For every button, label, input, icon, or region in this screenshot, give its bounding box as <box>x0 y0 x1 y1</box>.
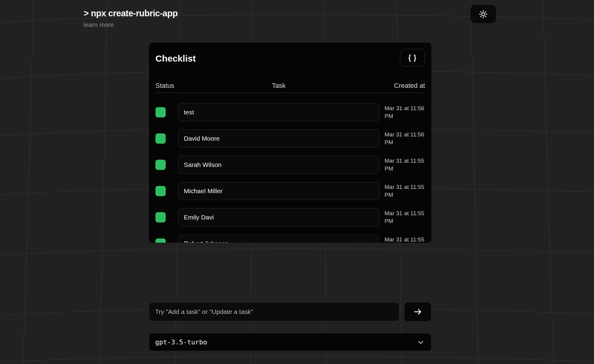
status-checkbox[interactable] <box>155 160 166 170</box>
arrow-right-icon <box>413 307 423 317</box>
learn-more-link[interactable]: learn more <box>84 21 114 28</box>
model-select[interactable]: gpt-3.5-turbo <box>149 333 431 351</box>
column-header-task: Task <box>178 82 379 90</box>
task-row: Mar 31 at 11:55 PM <box>155 235 425 243</box>
task-created-at: Mar 31 at 11:56 PM <box>379 104 425 120</box>
command-input[interactable] <box>149 302 399 321</box>
task-input[interactable] <box>178 235 379 243</box>
task-input[interactable] <box>178 182 379 200</box>
status-checkbox[interactable] <box>155 186 166 196</box>
task-created-at: Mar 31 at 11:56 PM <box>379 131 425 146</box>
status-checkbox[interactable] <box>155 238 166 243</box>
status-checkbox[interactable] <box>155 133 166 144</box>
column-header-status: Status <box>155 82 178 90</box>
status-checkbox[interactable] <box>155 212 166 222</box>
task-input[interactable] <box>178 156 379 174</box>
task-input[interactable] <box>178 103 379 121</box>
task-created-at: Mar 31 at 11:55 PM <box>379 183 425 199</box>
header-divider <box>155 93 425 93</box>
sun-icon <box>479 10 488 19</box>
task-row: Mar 31 at 11:55 PM <box>155 156 425 174</box>
task-row: Mar 31 at 11:56 PM <box>155 129 425 148</box>
table-header: Status Task Created at <box>155 82 425 90</box>
status-checkbox[interactable] <box>155 107 166 117</box>
submit-button[interactable] <box>404 302 431 321</box>
column-header-created: Created at <box>379 82 425 90</box>
task-row: Mar 31 at 11:55 PM <box>155 182 425 200</box>
task-created-at: Mar 31 at 11:55 PM <box>379 236 425 243</box>
task-row: Mar 31 at 11:56 PM <box>155 103 425 121</box>
json-view-button[interactable]: { } <box>400 49 425 66</box>
chevron-down-icon <box>417 339 424 346</box>
app-title: > npx create-rubric-app <box>84 8 178 18</box>
composer <box>149 302 431 321</box>
task-created-at: Mar 31 at 11:55 PM <box>379 209 425 225</box>
task-input[interactable] <box>178 208 379 226</box>
card-title: Checklist <box>155 53 425 64</box>
task-list: Mar 31 at 11:56 PM Mar 31 at 11:56 PM Ma… <box>155 103 425 243</box>
theme-toggle-button[interactable] <box>471 5 496 23</box>
app-header: > npx create-rubric-app learn more <box>84 8 178 28</box>
task-created-at: Mar 31 at 11:55 PM <box>379 157 425 172</box>
checklist-card: Checklist { } Status Task Created at Mar… <box>149 43 431 243</box>
task-input[interactable] <box>178 129 379 148</box>
model-select-value: gpt-3.5-turbo <box>155 338 207 346</box>
task-row: Mar 31 at 11:55 PM <box>155 208 425 226</box>
